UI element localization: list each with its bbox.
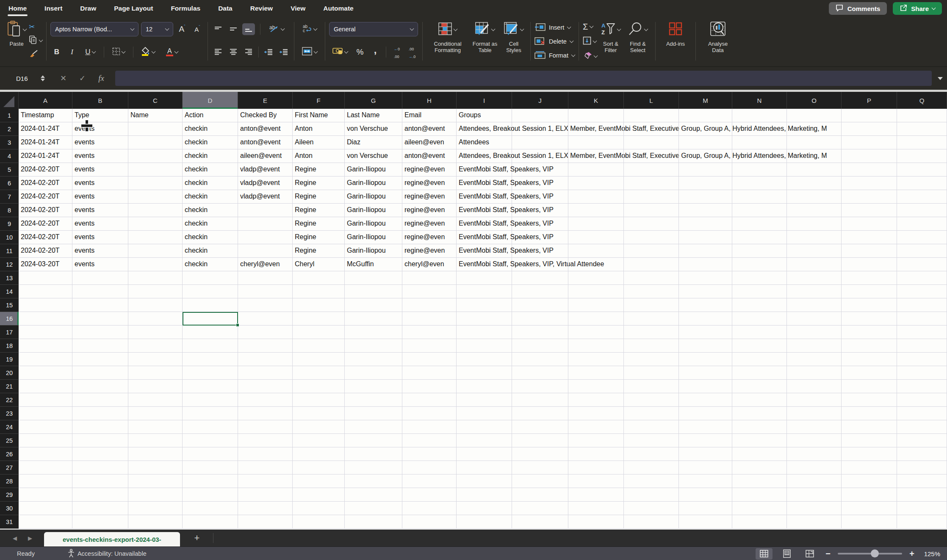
cell-A16[interactable] xyxy=(19,312,72,326)
row-header-23[interactable]: 23 xyxy=(0,407,19,420)
cell-B17[interactable] xyxy=(72,326,128,339)
cell-F25[interactable] xyxy=(293,434,345,447)
col-header-A[interactable]: A xyxy=(19,92,72,109)
cell-G14[interactable] xyxy=(345,285,402,298)
row-header-24[interactable]: 24 xyxy=(0,420,19,434)
cell-H23[interactable] xyxy=(402,407,457,420)
cell-K28[interactable] xyxy=(568,474,624,488)
cell-J11[interactable] xyxy=(512,244,568,258)
cell-B9[interactable]: events xyxy=(72,217,128,231)
cell-F10[interactable]: Regine xyxy=(293,231,345,244)
row-header-11[interactable]: 11 xyxy=(0,244,19,258)
cell-Q25[interactable] xyxy=(897,434,947,447)
col-header-M[interactable]: M xyxy=(679,92,732,109)
cell-J8[interactable] xyxy=(512,204,568,217)
cell-B30[interactable] xyxy=(72,502,128,515)
cell-N26[interactable] xyxy=(732,447,787,461)
cell-J25[interactable] xyxy=(512,434,568,447)
cell-K14[interactable] xyxy=(568,285,624,298)
menu-tab-draw[interactable]: Draw xyxy=(80,5,96,12)
cell-H19[interactable] xyxy=(402,353,457,366)
cell-O20[interactable] xyxy=(787,366,842,380)
cell-G8[interactable]: Garin-Iliopou xyxy=(345,204,402,217)
cell-G5[interactable]: Garin-Iliopou xyxy=(345,163,402,177)
cell-O10[interactable] xyxy=(787,231,842,244)
cell-N24[interactable] xyxy=(732,420,787,434)
cell-O8[interactable] xyxy=(787,204,842,217)
cell-Q21[interactable] xyxy=(897,380,947,393)
cell-I29[interactable] xyxy=(457,488,512,502)
cell-M31[interactable] xyxy=(679,515,732,529)
cell-Q13[interactable] xyxy=(897,271,947,285)
cell-D12[interactable]: checkin xyxy=(183,258,238,271)
cell-J5[interactable] xyxy=(512,163,568,177)
cell-F29[interactable] xyxy=(293,488,345,502)
cell-I20[interactable] xyxy=(457,366,512,380)
cell-P27[interactable] xyxy=(842,461,897,474)
cell-B5[interactable]: events xyxy=(72,163,128,177)
fill-color-button[interactable] xyxy=(138,46,159,58)
increase-font-size-button[interactable]: Aˆ xyxy=(176,23,188,35)
row-header-31[interactable]: 31 xyxy=(0,515,19,529)
cell-N3[interactable] xyxy=(732,136,787,149)
cell-M29[interactable] xyxy=(679,488,732,502)
cell-D26[interactable] xyxy=(183,447,238,461)
cell-L11[interactable] xyxy=(624,244,679,258)
cell-G24[interactable] xyxy=(345,420,402,434)
cell-H4[interactable]: anton@event xyxy=(402,149,457,163)
cell-F18[interactable] xyxy=(293,339,345,353)
cell-N20[interactable] xyxy=(732,366,787,380)
cell-C11[interactable] xyxy=(128,244,183,258)
cell-D30[interactable] xyxy=(183,502,238,515)
cell-A27[interactable] xyxy=(19,461,72,474)
cell-O13[interactable] xyxy=(787,271,842,285)
cell-K9[interactable] xyxy=(568,217,624,231)
cell-K12[interactable] xyxy=(568,258,624,271)
cell-P18[interactable] xyxy=(842,339,897,353)
cell-C29[interactable] xyxy=(128,488,183,502)
cell-K22[interactable] xyxy=(568,393,624,407)
comma-style-button[interactable]: , xyxy=(369,46,382,58)
italic-button[interactable]: I xyxy=(66,46,78,58)
cell-N2[interactable] xyxy=(732,122,787,136)
cell-D1[interactable]: Action xyxy=(183,109,238,122)
accessibility-status[interactable]: Accessibility: Unavailable xyxy=(68,549,147,559)
cell-F14[interactable] xyxy=(293,285,345,298)
cell-N8[interactable] xyxy=(732,204,787,217)
row-header-7[interactable]: 7 xyxy=(0,190,19,204)
cell-K26[interactable] xyxy=(568,447,624,461)
cell-B14[interactable] xyxy=(72,285,128,298)
cell-B26[interactable] xyxy=(72,447,128,461)
cell-B15[interactable] xyxy=(72,298,128,312)
align-center-button[interactable] xyxy=(227,46,240,58)
cell-B29[interactable] xyxy=(72,488,128,502)
row-header-10[interactable]: 10 xyxy=(0,231,19,244)
cell-G27[interactable] xyxy=(345,461,402,474)
cell-M19[interactable] xyxy=(679,353,732,366)
cell-Q10[interactable] xyxy=(897,231,947,244)
cell-B21[interactable] xyxy=(72,380,128,393)
cell-A7[interactable]: 2024-02-20T xyxy=(19,190,72,204)
cell-L22[interactable] xyxy=(624,393,679,407)
cell-L16[interactable] xyxy=(624,312,679,326)
cell-E22[interactable] xyxy=(238,393,293,407)
cell-L28[interactable] xyxy=(624,474,679,488)
cell-O30[interactable] xyxy=(787,502,842,515)
cell-G26[interactable] xyxy=(345,447,402,461)
col-header-B[interactable]: B xyxy=(72,92,128,109)
cell-M27[interactable] xyxy=(679,461,732,474)
cell-A18[interactable] xyxy=(19,339,72,353)
decrease-decimal-button[interactable]: .00→.0 xyxy=(406,46,418,58)
cell-I18[interactable] xyxy=(457,339,512,353)
cell-D17[interactable] xyxy=(183,326,238,339)
cell-Q24[interactable] xyxy=(897,420,947,434)
normal-view-button[interactable] xyxy=(756,548,773,560)
cell-J12[interactable] xyxy=(512,258,568,271)
copy-button[interactable] xyxy=(29,35,42,46)
cell-F17[interactable] xyxy=(293,326,345,339)
cell-B23[interactable] xyxy=(72,407,128,420)
cell-J13[interactable] xyxy=(512,271,568,285)
cell-M4[interactable] xyxy=(679,149,732,163)
cell-N16[interactable] xyxy=(732,312,787,326)
cell-A19[interactable] xyxy=(19,353,72,366)
